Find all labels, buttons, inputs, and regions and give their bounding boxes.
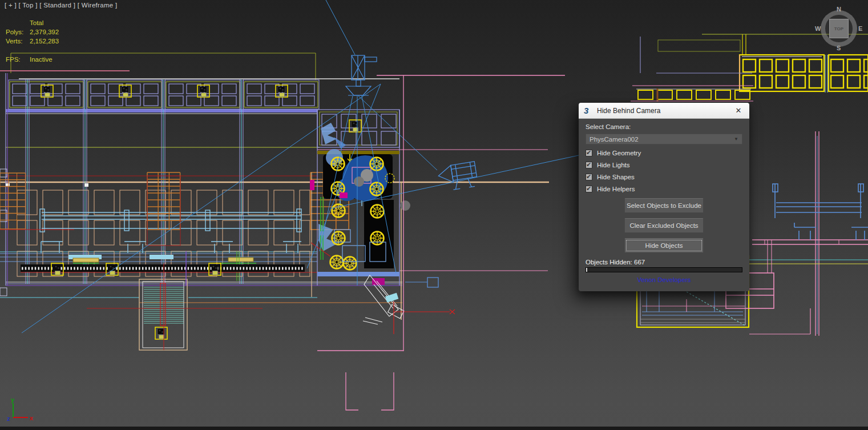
physical-camera xyxy=(437,162,478,192)
stats-fps-value: Inactive xyxy=(30,56,53,63)
stats-verts-value: 2,152,283 xyxy=(30,38,59,45)
check-icon: ✔ xyxy=(586,173,591,180)
checkbox-box[interactable]: ✔ xyxy=(586,186,592,192)
stats-polys-label: Polys: xyxy=(6,29,23,35)
check-icon: ✔ xyxy=(586,149,591,156)
check-icon: ✔ xyxy=(586,185,591,192)
camera-frustum-lines xyxy=(22,0,579,333)
checkbox-box[interactable]: ✔ xyxy=(586,150,592,156)
stats-polys-value: 2,379,392 xyxy=(30,29,59,35)
progress-bar xyxy=(586,267,742,272)
progress-tick xyxy=(586,268,587,272)
viewport-bottom-edge xyxy=(0,427,868,430)
clear-excluded-objects-button[interactable]: Clear Excluded Objects xyxy=(624,218,704,233)
checkbox-hide-shapes[interactable]: ✔ Hide Shapes xyxy=(586,173,742,180)
objects-hidden-status: Objects Hidden: 667 xyxy=(586,259,742,266)
hide-objects-button[interactable]: Hide Objects xyxy=(624,238,704,253)
machine-room xyxy=(310,110,404,324)
yellow-grid-1 xyxy=(740,55,827,93)
viewcube-east[interactable]: E xyxy=(858,25,862,32)
sphere-helper xyxy=(400,200,410,211)
conveyor-band xyxy=(21,263,317,275)
axis-gizmo: y x z xyxy=(7,396,34,422)
checkbox-hide-helpers[interactable]: ✔ Hide Helpers xyxy=(586,185,742,192)
viewcube[interactable]: TOP N S W E xyxy=(818,8,859,49)
axis-x-label: x xyxy=(30,415,34,421)
check-icon: ✔ xyxy=(586,161,591,168)
dialog-titlebar[interactable]: 3 Hide Behind Camera ✕ xyxy=(579,103,749,119)
viewcube-west[interactable]: W xyxy=(815,25,821,32)
pink-spine xyxy=(749,131,868,336)
viewcube-top-face[interactable]: TOP xyxy=(829,19,849,38)
dialog-title: Hide Behind Camera xyxy=(597,107,660,115)
3dsmax-logo-icon: 3 xyxy=(584,106,593,115)
checkbox-box[interactable]: ✔ xyxy=(586,162,592,168)
viewcube-south[interactable]: S xyxy=(837,45,841,51)
target-box xyxy=(405,278,438,287)
stats-total-header: Total xyxy=(30,19,43,26)
credit-link[interactable]: Venon Developers xyxy=(586,276,742,283)
close-icon[interactable]: ✕ xyxy=(733,106,744,115)
stats-verts-label: Verts: xyxy=(6,38,22,45)
camera-dropdown-value: PhysCamera002 xyxy=(590,136,639,143)
select-objects-to-exclude-button[interactable]: Select Objects to Exclude xyxy=(624,198,704,213)
checkbox-hide-geometry[interactable]: ✔ Hide Geometry xyxy=(586,149,742,156)
benches-right xyxy=(773,184,868,240)
camera-dropdown[interactable]: PhysCamera002 ▼ xyxy=(586,134,742,144)
hide-behind-camera-dialog: 3 Hide Behind Camera ✕ Select Camera: Ph… xyxy=(579,103,749,291)
yellow-grid-2 xyxy=(829,55,868,91)
checkbox-label: Hide Lights xyxy=(597,162,630,168)
select-camera-label: Select Camera: xyxy=(586,123,742,130)
viewport-label[interactable]: [ + ] [ Top ] [ Standard ] [ Wireframe ] xyxy=(5,2,117,9)
checkbox-box[interactable]: ✔ xyxy=(586,174,592,180)
stats-fps-label: FPS: xyxy=(6,56,21,63)
axis-z-label: z xyxy=(7,415,10,422)
checkbox-label: Hide Geometry xyxy=(597,150,641,156)
checkbox-label: Hide Shapes xyxy=(597,174,635,180)
viewcube-north[interactable]: N xyxy=(837,6,841,13)
camera-stand xyxy=(346,55,377,95)
checkbox-label: Hide Helpers xyxy=(597,186,635,192)
checkbox-hide-lights[interactable]: ✔ Hide Lights xyxy=(586,161,742,168)
red-markers xyxy=(394,302,455,334)
axis-y-label: y xyxy=(11,396,15,403)
chevron-down-icon: ▼ xyxy=(734,136,738,142)
max-viewport: y x z [ + ] [ Top ] [ Standard ] [ Wiref… xyxy=(0,0,868,430)
